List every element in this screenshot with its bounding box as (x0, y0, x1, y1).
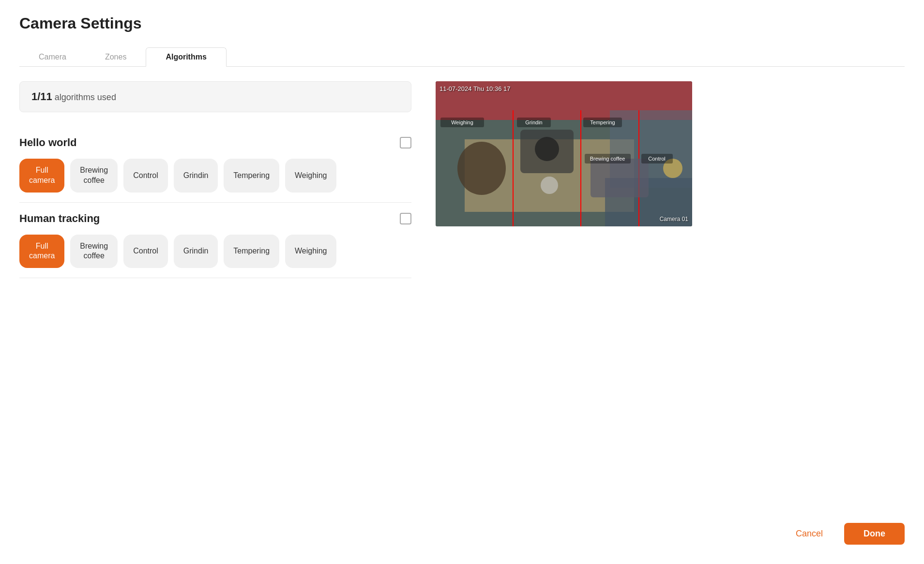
zone-chip-tempering[interactable]: Tempering (224, 159, 279, 193)
algorithm-checkbox-hello-world[interactable] (400, 137, 411, 148)
zone-chip-grindin[interactable]: Grindin (174, 159, 218, 193)
done-button[interactable]: Done (844, 523, 905, 545)
algorithm-checkbox-human-tracking[interactable] (400, 213, 411, 224)
zone-chip-control[interactable]: Control (123, 159, 168, 193)
cancel-button[interactable]: Cancel (784, 523, 834, 545)
zone-chip-full-camera-2[interactable]: Fullcamera (19, 235, 64, 268)
algorithms-counter: 1/11 algorithms used (19, 81, 411, 112)
svg-point-8 (457, 142, 506, 195)
algorithm-name-human-tracking: Human tracking (19, 212, 100, 225)
tabs-container: Camera Zones Algorithms (19, 47, 905, 67)
svg-text:Weighing: Weighing (451, 119, 473, 125)
main-content: 1/11 algorithms used Hello world Fullcam… (19, 81, 905, 545)
zone-chips-hello-world: Fullcamera Brewingcoffee Control Grindin… (19, 159, 411, 193)
zone-chip-brewing-coffee-2[interactable]: Brewingcoffee (70, 235, 118, 268)
svg-point-12 (541, 177, 558, 194)
algorithm-section-human-tracking: Human tracking Fullcamera Brewingcoffee … (19, 203, 411, 279)
zone-chip-tempering-2[interactable]: Tempering (224, 235, 279, 268)
zone-chip-full-camera[interactable]: Fullcamera (19, 159, 64, 193)
zone-chip-grindin-2[interactable]: Grindin (174, 235, 218, 268)
svg-point-10 (535, 137, 559, 161)
page-title: Camera Settings (19, 15, 905, 32)
svg-rect-11 (591, 159, 649, 197)
zone-chip-brewing-coffee[interactable]: Brewingcoffee (70, 159, 118, 193)
svg-text:Control: Control (648, 156, 665, 162)
zone-chip-control-2[interactable]: Control (123, 235, 168, 268)
camera-visual-svg: Weighing Grindin Tempering Brewing coffe… (436, 81, 692, 226)
tab-zones[interactable]: Zones (86, 47, 146, 67)
tab-camera[interactable]: Camera (19, 47, 86, 67)
camera-preview: 11-07-2024 Thu 10:36 17 Camera 01 (436, 81, 692, 226)
algorithms-label: algorithms used (52, 92, 116, 102)
camera-preview-inner: 11-07-2024 Thu 10:36 17 Camera 01 (436, 81, 692, 226)
svg-text:Grindin: Grindin (525, 119, 542, 125)
right-panel: 11-07-2024 Thu 10:36 17 Camera 01 (436, 81, 905, 545)
camera-timestamp: 11-07-2024 Thu 10:36 17 (439, 85, 511, 92)
algorithms-count: 1/11 (31, 90, 52, 103)
zone-chips-human-tracking: Fullcamera Brewingcoffee Control Grindin… (19, 235, 411, 268)
svg-text:Brewing coffee: Brewing coffee (590, 156, 625, 162)
algorithm-header-human-tracking: Human tracking (19, 212, 411, 225)
zone-chip-weighing-2[interactable]: Weighing (285, 235, 336, 268)
camera-id: Camera 01 (660, 216, 688, 223)
algorithm-section-hello-world: Hello world Fullcamera Brewingcoffee Con… (19, 127, 411, 203)
svg-text:Tempering: Tempering (590, 119, 615, 125)
tab-algorithms[interactable]: Algorithms (146, 47, 226, 67)
algorithm-header-hello-world: Hello world (19, 136, 411, 149)
zone-chip-weighing[interactable]: Weighing (285, 159, 336, 193)
algorithm-name-hello-world: Hello world (19, 136, 77, 149)
bottom-actions: Cancel Done (436, 508, 905, 545)
left-panel: 1/11 algorithms used Hello world Fullcam… (19, 81, 416, 545)
